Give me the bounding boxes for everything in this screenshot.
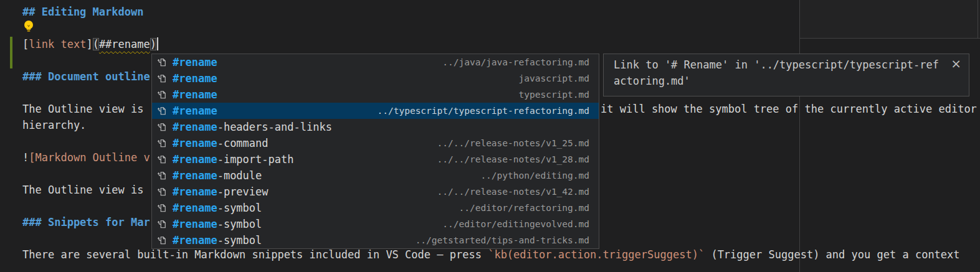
suggestion-label-match: #rename — [173, 234, 217, 246]
suggestion-label-match: #rename — [173, 88, 217, 101]
suggestion-item[interactable]: #rename-import-path../../release-notes/v… — [152, 151, 599, 167]
text-segment-text: There are several built-in Markdown snip… — [22, 248, 488, 261]
lightbulb-icon[interactable] — [22, 19, 35, 37]
reference-icon — [157, 57, 167, 67]
suggestion-file-path: ../../release-notes/v1_28.md — [437, 154, 589, 164]
text-cursor — [157, 37, 158, 50]
suggestion-file-path: ../java/java-refactoring.md — [442, 57, 589, 67]
text-segment-heading: ### Snippets for Mar — [22, 216, 150, 228]
suggest-details-text: Link to '# Rename' in '../typescript/typ… — [614, 57, 939, 89]
line-outline-left[interactable]: The Outline view is — [22, 101, 143, 117]
gutter-modified-indicator — [10, 37, 12, 68]
suggestion-item[interactable]: #rename-symbol../editor/refactoring.md — [152, 200, 599, 216]
reference-icon — [157, 73, 167, 83]
reference-icon — [157, 122, 167, 132]
text-segment-link: [Markdown Outline v — [29, 151, 150, 164]
suggestion-item[interactable]: #rename-symbol../editor/editingevolved.m… — [152, 216, 599, 232]
text-segment-squiggle: ##rename — [99, 38, 150, 50]
suggest-widget: #rename../java/java-refactoring.md #rena… — [151, 54, 599, 249]
reference-icon — [157, 235, 167, 245]
suggestion-item[interactable]: #renamejavascript.md — [152, 70, 599, 87]
reference-icon — [157, 187, 167, 197]
suggestion-item-selected[interactable]: #rename../typescript/typescript-refactor… — [152, 103, 599, 119]
suggestion-item[interactable]: #renametypescript.md — [152, 87, 599, 103]
text-segment-punct: ] — [86, 38, 92, 50]
reference-icon — [157, 171, 167, 181]
suggestion-file-path: ../typescript/typescript-refactoring.md — [378, 106, 589, 116]
suggestion-label-match: #rename — [173, 121, 217, 133]
heading-editing-markdown[interactable]: ## Editing Markdown — [22, 4, 143, 20]
suggestion-label-rest: -command — [217, 137, 269, 149]
suggestion-file-path: ../getstarted/tips-and-tricks.md — [416, 235, 589, 245]
suggestion-file-path: ../editor/editingevolved.md — [442, 219, 589, 229]
suggestion-file-path: ../../release-notes/v1_42.md — [437, 187, 589, 197]
suggestion-item[interactable]: #rename-symbol../getstarted/tips-and-tri… — [152, 232, 599, 248]
suggestion-label-rest: -import-path — [217, 153, 294, 166]
suggestion-label-match: #rename — [173, 105, 217, 117]
panel-bottom-line — [799, 38, 980, 39]
reference-icon — [157, 203, 167, 213]
suggestion-label-rest: -symbol — [217, 202, 262, 214]
vscode-editor: { "colors": { "editor_bg": "#1F1F20", "t… — [0, 0, 980, 272]
text-segment-text: it will show the symbol tree of the curr… — [601, 103, 977, 115]
text-segment-link: link text — [29, 38, 86, 50]
text-segment-bracket: ) — [150, 38, 156, 50]
suggestion-label-rest: -preview — [217, 185, 269, 198]
suggestion-label-rest: -symbol — [217, 234, 262, 246]
text-segment-text: hierarchy. — [22, 119, 86, 131]
editor-ruler-line — [799, 0, 800, 272]
reference-icon — [157, 90, 167, 100]
line-link-edit[interactable]: [link text](##rename) — [22, 36, 158, 52]
reference-icon — [157, 106, 167, 116]
reference-icon — [157, 154, 167, 164]
text-segment-link: `kb(editor.action.triggerSuggest)` — [488, 248, 705, 261]
suggestion-label-match: #rename — [173, 72, 217, 85]
line-outline-right[interactable]: it will show the symbol tree of the curr… — [601, 101, 977, 117]
heading-document-outline[interactable]: ### Document outline — [22, 68, 150, 85]
line-outline-2[interactable]: The Outline view is — [22, 182, 143, 198]
suggestion-file-path: ../python/editing.md — [480, 171, 589, 181]
text-segment-text: (Trigger Suggest) and you get a context — [705, 248, 959, 261]
reference-icon — [157, 138, 167, 148]
text-segment-heading: ## Editing Markdown — [22, 6, 143, 18]
close-icon[interactable]: × — [951, 57, 961, 70]
suggestion-item[interactable]: #rename-module../python/editing.md — [152, 167, 599, 184]
suggestion-label-match: #rename — [173, 218, 217, 230]
line-image-markdown-outline[interactable]: ![Markdown Outline v — [22, 149, 150, 166]
text-segment-heading: ### Document outline — [22, 70, 150, 83]
text-segment-bracket: ( — [93, 38, 99, 50]
suggestion-label-rest: -headers-and-links — [217, 121, 332, 133]
suggestion-file-path: javascript.md — [519, 73, 590, 83]
suggest-details-popup: Link to '# Rename' in '../typescript/typ… — [603, 54, 969, 96]
suggestion-item[interactable]: #rename-preview../../release-notes/v1_42… — [152, 184, 599, 200]
text-segment-punct: [ — [22, 38, 29, 50]
suggestion-label-match: #rename — [173, 56, 217, 68]
suggestion-label-match: #rename — [173, 153, 217, 166]
suggestion-item[interactable]: #rename../java/java-refactoring.md — [152, 54, 599, 70]
suggestion-file-path: ../editor/refactoring.md — [459, 203, 589, 213]
suggestion-label-match: #rename — [173, 169, 217, 182]
text-segment-punct: ! — [22, 151, 29, 164]
panel-edge-line — [978, 0, 978, 38]
suggestion-item[interactable]: #rename-command../../release-notes/v1_25… — [152, 135, 599, 151]
suggestion-label-match: #rename — [173, 185, 217, 198]
suggestion-item[interactable]: #rename-headers-and-links — [152, 119, 599, 135]
suggestion-file-path: ../../release-notes/v1_25.md — [437, 138, 589, 148]
suggestion-label-rest: -module — [217, 169, 262, 182]
suggestion-file-path: typescript.md — [519, 90, 590, 100]
line-hierarchy[interactable]: hierarchy. — [22, 117, 86, 133]
suggestion-label-match: #rename — [173, 202, 217, 214]
top-right-panel-corner — [799, 0, 980, 38]
heading-snippets[interactable]: ### Snippets for Mar — [22, 214, 150, 230]
suggestion-label-rest: -symbol — [217, 218, 262, 230]
text-segment-text: The Outline view is — [22, 184, 143, 196]
text-segment-text: The Outline view is — [22, 103, 143, 115]
suggestion-label-match: #rename — [173, 137, 217, 149]
reference-icon — [157, 219, 167, 229]
